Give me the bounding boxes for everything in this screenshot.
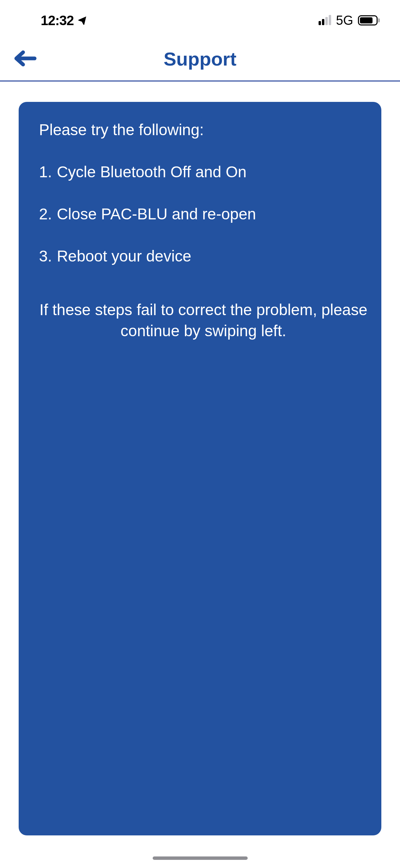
step-item: 1. Cycle Bluetooth Off and On	[39, 163, 368, 181]
step-item: 3. Reboot your device	[39, 247, 368, 265]
back-button[interactable]	[14, 48, 37, 70]
status-left: 12:32	[41, 13, 89, 28]
step-number: 2.	[39, 205, 52, 223]
footer-instruction: If these steps fail to correct the probl…	[39, 299, 368, 341]
app-header: Support	[0, 37, 400, 82]
step-text: Cycle Bluetooth Off and On	[57, 163, 246, 181]
status-right: 5G	[319, 13, 380, 28]
support-card[interactable]: Please try the following: 1. Cycle Bluet…	[19, 102, 381, 835]
location-icon	[78, 15, 89, 26]
status-time: 12:32	[41, 13, 74, 28]
step-number: 1.	[39, 163, 52, 181]
page-title: Support	[164, 48, 236, 70]
arrow-left-icon	[14, 48, 37, 69]
network-type: 5G	[336, 13, 353, 28]
battery-icon	[358, 15, 380, 25]
home-indicator[interactable]	[153, 856, 248, 860]
signal-strength-icon	[319, 16, 331, 25]
intro-text: Please try the following:	[39, 121, 368, 139]
step-item: 2. Close PAC-BLU and re-open	[39, 205, 368, 223]
step-text: Reboot your device	[57, 247, 191, 265]
status-bar: 12:32 5G	[0, 0, 400, 37]
content-area: Please try the following: 1. Cycle Bluet…	[0, 82, 400, 849]
step-text: Close PAC-BLU and re-open	[57, 205, 256, 223]
step-number: 3.	[39, 247, 52, 265]
